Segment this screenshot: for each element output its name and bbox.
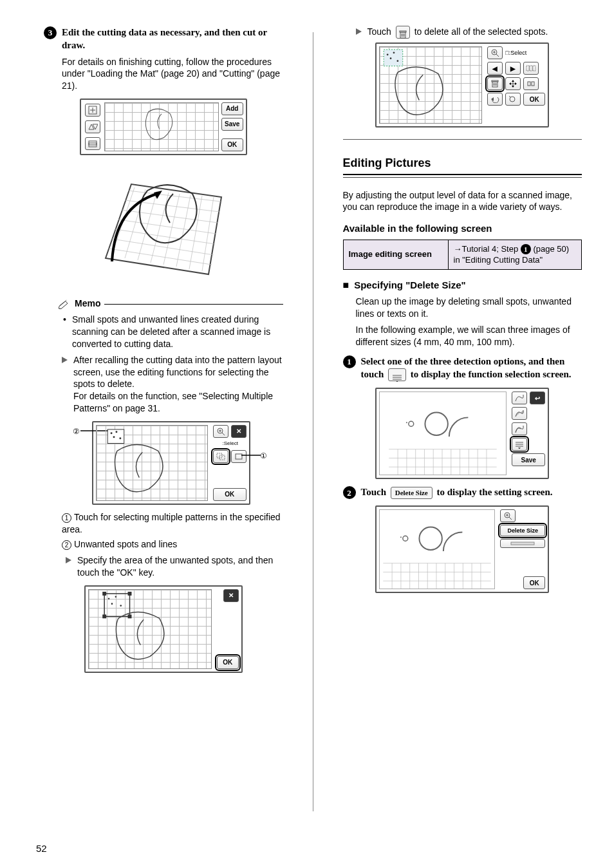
step-3-title: Edit the cutting data as necessary, and …	[62, 26, 283, 52]
circled-1: 1	[62, 513, 71, 523]
figure-select-multi: ② ①	[59, 421, 283, 505]
select-hint-label: :Select	[213, 440, 247, 448]
align-icon	[523, 77, 539, 90]
trash-icon	[396, 26, 410, 39]
section-title: Editing Pictures	[343, 155, 582, 171]
settings-panel-icon	[512, 438, 527, 451]
line-mode-icon	[512, 422, 527, 435]
svg-line-32	[222, 433, 225, 435]
next-icon: ▶	[505, 62, 521, 75]
back-icon: ↩	[530, 392, 545, 404]
table-cell-left: Image editing screen	[343, 240, 448, 269]
close-x-icon: ✕	[223, 589, 239, 602]
step-1-badge: 1	[343, 355, 356, 368]
annot-2-text: Unwanted spots and lines	[74, 539, 177, 549]
figure-delete-spots: □:Select ◀ ▶	[343, 42, 582, 127]
svg-rect-40	[127, 591, 131, 595]
step-1-row: 1 Select one of the three detection opti…	[343, 355, 582, 382]
svg-rect-75	[528, 82, 530, 86]
pencil-icon	[58, 299, 71, 309]
specifying-heading: ■Specifying "Delete Size"	[343, 279, 582, 292]
ok-button: OK	[523, 576, 545, 589]
page-number: 52	[36, 843, 47, 854]
svg-marker-74	[515, 82, 517, 85]
step-2-title: Touch Delete Size to display the setting…	[361, 486, 553, 499]
svg-rect-76	[532, 82, 534, 86]
add-button: Add	[221, 102, 243, 115]
ok-button: OK	[213, 488, 247, 501]
svg-marker-7	[106, 184, 221, 274]
step-2-badge: 2	[343, 486, 356, 499]
memo-heading: Memo	[75, 297, 100, 310]
touch-trash-line: Touch to delete all of the selected spot…	[356, 26, 582, 39]
svg-point-44	[115, 596, 116, 598]
move-icon	[505, 77, 521, 90]
svg-rect-42	[127, 614, 131, 618]
redo-zoom-icon	[505, 93, 521, 106]
prev-icon: ◀	[487, 62, 503, 75]
svg-marker-71	[512, 80, 514, 82]
save-button: Save	[221, 118, 243, 131]
step-3-row: 3 Edit the cutting data as necessary, an…	[44, 26, 283, 52]
svg-rect-38	[104, 593, 129, 616]
figure-detection-options: ↩ Save	[343, 388, 582, 479]
ok-button: OK	[523, 93, 545, 106]
trash-icon	[487, 77, 503, 90]
column-divider	[313, 32, 313, 811]
memo-tri-1: After recalling the cutting data into th…	[62, 354, 283, 415]
svg-marker-103	[518, 448, 521, 449]
save-button: Save	[512, 453, 545, 466]
settings-panel-icon	[388, 368, 406, 381]
delete-size-button-label: Delete Size	[391, 487, 433, 499]
svg-rect-52	[384, 50, 403, 66]
svg-point-97	[409, 422, 414, 427]
svg-marker-73	[509, 82, 511, 85]
figure-mat-perspective	[44, 162, 283, 287]
svg-point-27	[110, 432, 112, 434]
ok-button: OK	[217, 656, 239, 669]
figure-area-select: ✕ OK	[44, 585, 283, 673]
svg-rect-63	[533, 66, 535, 71]
svg-rect-41	[102, 614, 106, 618]
zoom-icon	[500, 509, 516, 522]
step-1-title: Select one of the three detection option…	[361, 355, 582, 382]
svg-marker-72	[512, 86, 514, 88]
ok-button: OK	[221, 138, 243, 151]
svg-point-45	[111, 603, 113, 605]
undo-icon	[487, 93, 503, 106]
callout-1: ①	[260, 451, 267, 461]
slider-placeholder	[500, 539, 545, 548]
zoom-icon	[213, 425, 228, 438]
step-3-badge: 3	[44, 26, 57, 39]
circled-2: 2	[62, 540, 71, 550]
svg-rect-62	[530, 66, 532, 71]
annotation-list: 1Touch for selecting multiple patterns i…	[62, 511, 283, 578]
svg-point-98	[425, 413, 448, 435]
figure-edit-screen: Add Save OK	[44, 99, 283, 155]
svg-line-58	[496, 54, 499, 57]
layers-icon	[85, 137, 100, 150]
svg-point-46	[120, 605, 122, 607]
step-ref-badge: 1	[521, 244, 531, 254]
memo-bullet-1: Small spots and unwanted lines created d…	[62, 314, 283, 350]
left-column: 3 Edit the cutting data as necessary, an…	[44, 26, 290, 855]
spec-para-1: Clean up the image by deleting small spo…	[356, 296, 582, 320]
step-3-paragraph: For details on finishing cutting, follow…	[62, 56, 283, 93]
available-heading: Available in the following screen	[343, 222, 582, 235]
pattern-add-icon	[85, 104, 100, 117]
svg-rect-39	[102, 591, 106, 595]
select-hint-label: :Select	[509, 50, 527, 56]
select-all-icon	[523, 62, 539, 75]
svg-point-55	[390, 58, 392, 60]
svg-rect-51	[400, 31, 406, 32]
memo-block: Memo Small spots and unwanted lines crea…	[58, 297, 283, 415]
svg-point-43	[108, 598, 110, 599]
svg-point-99	[406, 422, 407, 424]
callout-2: ②	[73, 426, 80, 437]
svg-point-54	[393, 52, 395, 54]
svg-rect-61	[526, 66, 529, 71]
svg-point-30	[119, 437, 121, 439]
svg-point-118	[403, 536, 408, 542]
triangles-icon	[85, 120, 100, 133]
svg-line-122	[509, 517, 512, 520]
